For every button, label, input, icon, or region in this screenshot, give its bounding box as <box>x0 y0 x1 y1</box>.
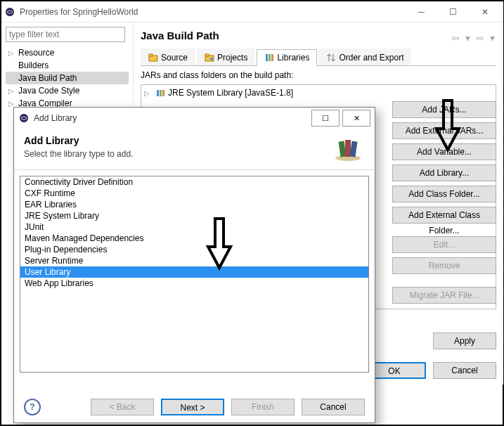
tab-libraries[interactable]: Libraries <box>257 49 317 66</box>
svg-rect-18 <box>350 141 358 157</box>
tab-label: Source <box>161 53 188 63</box>
dialog-cancel-button[interactable]: Cancel <box>302 399 365 415</box>
tree-label: Java Code Style <box>18 86 79 96</box>
add-external-jars-button[interactable]: Add External JARs... <box>392 122 496 139</box>
add-external-class-folder-button[interactable]: Add External Class Folder... <box>392 207 496 224</box>
tree-label: Resource <box>18 48 54 58</box>
close-button[interactable]: ✕ <box>469 2 500 22</box>
svg-rect-5 <box>205 54 209 56</box>
tab-projects[interactable]: Projects <box>197 49 255 65</box>
libraries-icon <box>264 53 274 63</box>
list-item[interactable]: EAR Libraries <box>20 199 368 210</box>
nav-tree: ▷Resource Builders Java Build Path ▷Java… <box>6 46 129 110</box>
properties-titlebar[interactable]: Properties for SpringHelloWorld ─ ☐ ✕ <box>1 1 503 22</box>
tab-bar: Source Projects Libraries Order and Expo… <box>141 49 496 66</box>
next-button[interactable]: Next > <box>161 399 224 415</box>
button-column: Add JARs... Add External JARs... Add Var… <box>392 101 496 304</box>
apply-button[interactable]: Apply <box>433 333 496 349</box>
page-heading: Java Build Path <box>141 30 451 41</box>
cancel-button[interactable]: Cancel <box>433 362 496 379</box>
dialog-close-button[interactable]: ✕ <box>342 110 370 127</box>
svg-rect-16 <box>339 141 347 157</box>
tree-label: Builders <box>18 60 49 70</box>
tab-label: Libraries <box>277 53 309 63</box>
source-folder-icon <box>148 53 158 63</box>
dialog-heading: Add Library <box>24 135 331 146</box>
eclipse-icon <box>18 112 30 124</box>
edit-button: Edit... <box>392 236 496 253</box>
tree-item-resource[interactable]: ▷Resource <box>6 46 129 59</box>
dialog-subheading: Select the library type to add. <box>24 149 331 159</box>
chevron-right-icon: ▷ <box>8 100 18 108</box>
svg-point-6 <box>210 58 213 60</box>
tree-item-builders[interactable]: Builders <box>6 59 129 72</box>
jar-label: JRE System Library [JavaSE-1.8] <box>168 88 293 98</box>
remove-button: Remove <box>392 257 496 274</box>
tab-order-export[interactable]: Order and Export <box>318 49 411 65</box>
maximize-button[interactable]: ☐ <box>437 2 469 22</box>
svg-rect-17 <box>345 140 351 157</box>
svg-rect-11 <box>160 90 162 96</box>
chevron-right-icon: ▷ <box>8 87 18 95</box>
svg-rect-8 <box>269 54 271 61</box>
minimize-button[interactable]: ─ <box>406 2 437 22</box>
dialog-titlebar[interactable]: Add Library ☐ ✕ <box>14 108 375 129</box>
list-item-user-library[interactable]: User Library <box>20 266 368 278</box>
chevron-right-icon: ▷ <box>144 89 153 97</box>
list-item[interactable]: Connectivity Driver Definition <box>20 176 368 188</box>
help-icon[interactable]: ? <box>24 399 41 415</box>
library-icon <box>155 88 165 98</box>
add-variable-button[interactable]: Add Variable... <box>392 143 496 160</box>
migrate-jar-button: Migrate JAR File... <box>392 287 496 304</box>
svg-rect-7 <box>266 54 268 61</box>
eclipse-icon <box>4 6 15 18</box>
back-button: < Back <box>91 399 154 415</box>
projects-icon <box>205 53 214 63</box>
dialog-header: Add Library Select the library type to a… <box>14 129 375 170</box>
nav-arrows[interactable]: ⇦ ▾ ⇨ ▾ <box>451 32 496 44</box>
list-item[interactable]: Server Runtime <box>20 255 368 266</box>
jar-item-jre[interactable]: ▷ JRE System Library [JavaSE-1.8] <box>144 88 493 98</box>
svg-rect-9 <box>271 54 273 61</box>
list-item[interactable]: JRE System Library <box>20 210 368 221</box>
list-item[interactable]: Plug-in Dependencies <box>20 244 368 255</box>
list-item[interactable]: JUnit <box>20 221 368 233</box>
add-class-folder-button[interactable]: Add Class Folder... <box>392 186 496 202</box>
svg-rect-10 <box>157 90 159 96</box>
tab-source[interactable]: Source <box>141 49 195 65</box>
dialog-title: Add Library <box>34 113 309 123</box>
properties-title: Properties for SpringHelloWorld <box>20 7 406 17</box>
books-banner-icon <box>331 131 365 162</box>
add-library-dialog: Add Library ☐ ✕ Add Library Select the l… <box>13 107 375 423</box>
dialog-maximize-button[interactable]: ☐ <box>311 110 340 127</box>
chevron-right-icon: ▷ <box>8 49 18 57</box>
jars-description: JARs and class folders on the build path… <box>141 70 496 80</box>
finish-button: Finish <box>231 399 295 415</box>
tree-item-java-build-path[interactable]: Java Build Path <box>6 72 129 84</box>
svg-rect-3 <box>149 54 153 56</box>
tree-label: Java Build Path <box>18 73 77 83</box>
list-item[interactable]: Maven Managed Dependencies <box>20 233 368 244</box>
add-library-button[interactable]: Add Library... <box>392 164 496 181</box>
add-jars-button[interactable]: Add JARs... <box>392 101 496 118</box>
list-item[interactable]: CXF Runtime <box>20 188 368 199</box>
filter-input[interactable] <box>6 27 125 42</box>
library-type-list[interactable]: Connectivity Driver Definition CXF Runti… <box>20 176 369 373</box>
list-item[interactable]: Web App Libraries <box>20 278 368 289</box>
dialog-footer: ? < Back Next > Finish Cancel <box>14 399 375 415</box>
order-export-icon <box>326 53 336 63</box>
tree-item-java-code-style[interactable]: ▷Java Code Style <box>6 84 129 97</box>
tab-label: Order and Export <box>339 53 403 63</box>
svg-rect-12 <box>162 90 164 96</box>
tab-label: Projects <box>217 53 247 63</box>
